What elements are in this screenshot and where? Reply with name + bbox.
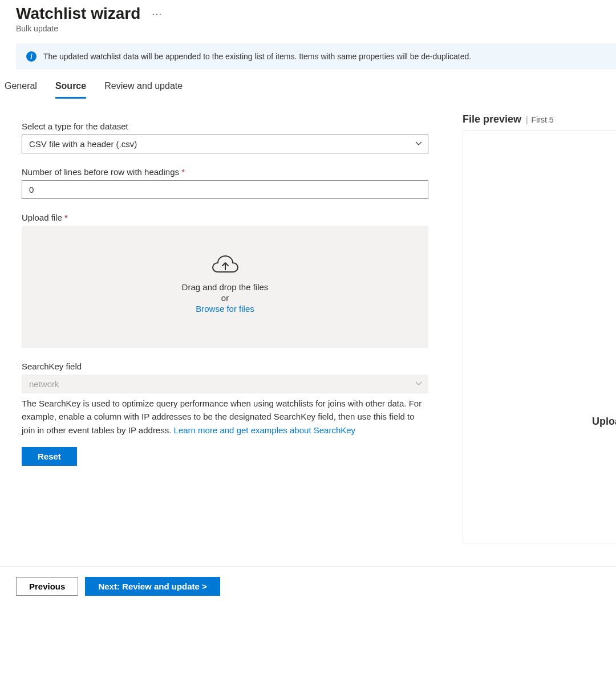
dataset-type-select[interactable]: CSV file with a header (.csv) xyxy=(22,135,428,153)
searchkey-learn-more-link[interactable]: Learn more and get examples about Search… xyxy=(174,425,356,435)
info-banner: i The updated watchlist data will be app… xyxy=(16,43,616,70)
page-title: Watchlist wizard xyxy=(16,5,140,23)
searchkey-value: network xyxy=(22,375,428,393)
required-marker: * xyxy=(181,167,185,177)
tab-general[interactable]: General xyxy=(5,76,37,99)
lines-before-label: Number of lines before row with headings… xyxy=(22,167,428,177)
upload-or-text: or xyxy=(33,293,417,303)
tabs: General Source Review and update xyxy=(5,76,616,99)
page-subtitle: Bulk update xyxy=(16,24,616,33)
browse-files-link[interactable]: Browse for files xyxy=(196,304,254,314)
lines-before-input[interactable] xyxy=(22,180,428,199)
upload-dropzone[interactable]: Drag and drop the files or Browse for fi… xyxy=(22,226,428,348)
previous-button[interactable]: Previous xyxy=(16,577,78,596)
lines-before-label-text: Number of lines before row with headings xyxy=(22,167,179,177)
searchkey-select: network xyxy=(22,375,428,393)
file-preview-subtitle: First 5 xyxy=(526,115,553,124)
upload-file-label-text: Upload file xyxy=(22,213,62,222)
file-preview-title: File preview xyxy=(463,113,521,125)
searchkey-label: SearchKey field xyxy=(22,361,428,371)
info-icon: i xyxy=(26,51,37,62)
searchkey-help: The SearchKey is used to optimize query … xyxy=(22,397,428,437)
next-button[interactable]: Next: Review and update > xyxy=(85,577,220,596)
upload-file-label: Upload file * xyxy=(22,213,428,222)
file-preview-box: Uploa xyxy=(463,130,616,543)
upload-drag-text: Drag and drop the files xyxy=(33,282,417,292)
footer-actions: Previous Next: Review and update > xyxy=(0,566,616,612)
reset-button[interactable]: Reset xyxy=(22,447,77,466)
dataset-type-label: Select a type for the dataset xyxy=(22,121,428,131)
tab-source[interactable]: Source xyxy=(55,76,86,99)
cloud-upload-icon xyxy=(33,254,417,277)
tab-review[interactable]: Review and update xyxy=(104,76,183,99)
more-actions-icon[interactable]: ··· xyxy=(152,8,162,20)
required-marker: * xyxy=(64,213,68,222)
dataset-type-value: CSV file with a header (.csv) xyxy=(22,135,428,153)
info-banner-text: The updated watchlist data will be appen… xyxy=(43,52,471,61)
file-preview-placeholder: Uploa xyxy=(592,416,616,428)
